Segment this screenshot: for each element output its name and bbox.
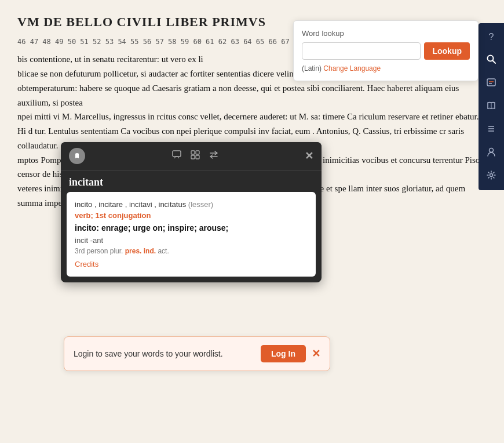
user-icon — [486, 147, 496, 159]
svg-rect-14 — [196, 151, 199, 154]
entry-type: verb; 1st conjugation — [75, 211, 308, 220]
login-toast: Login to save your words to your wordlis… — [64, 336, 330, 371]
toast-close-button[interactable]: ✕ — [312, 347, 320, 360]
word-lookup-row: Lookup — [302, 42, 470, 60]
svg-rect-12 — [173, 151, 181, 157]
login-toast-actions: Log In ✕ — [261, 345, 320, 362]
entry-meaning: incito: enrage; urge on; inspire; arouse… — [75, 223, 308, 233]
svg-rect-16 — [196, 155, 199, 159]
dict-logo — [69, 148, 85, 164]
grid-icon[interactable] — [191, 150, 200, 162]
entry-forms: incito , incitare , incitavi , incitatus… — [75, 200, 308, 209]
language-label: (Latin) — [302, 64, 322, 72]
comment-icon[interactable] — [172, 150, 181, 162]
dict-close-button[interactable]: ✕ — [305, 150, 313, 162]
entry-form-line: incit -ant — [75, 236, 308, 245]
help-icon: ? — [489, 32, 494, 42]
login-button[interactable]: Log In — [261, 345, 306, 362]
dict-toolbar — [172, 150, 218, 162]
list-button[interactable] — [481, 119, 502, 140]
act-label: act. — [158, 247, 169, 255]
meaning-label: incito: — [75, 223, 101, 233]
list-icon — [486, 124, 496, 136]
svg-rect-15 — [191, 155, 195, 159]
svg-line-1 — [493, 61, 496, 64]
settings-button[interactable] — [481, 166, 502, 187]
word-lookup-label: Word lookup — [302, 29, 470, 38]
flash-card-icon — [486, 77, 496, 90]
credits-link[interactable]: Credits — [75, 260, 308, 268]
dict-popup-header: ✕ — [61, 142, 322, 170]
user-button[interactable] — [481, 143, 502, 164]
meaning-text: enrage; urge on; inspire; arouse; — [101, 223, 228, 233]
pres-ind-label: pres. ind. — [125, 247, 156, 255]
entry-lesser: (lesser) — [188, 200, 213, 209]
login-toast-text: Login to save your words to your wordlis… — [74, 349, 223, 358]
word-lookup-panel: Word lookup Lookup (Latin) Change Langua… — [293, 20, 479, 81]
book-open-icon — [486, 100, 496, 113]
help-button[interactable]: ? — [481, 27, 502, 48]
settings-icon — [486, 170, 496, 183]
flash-card-button[interactable] — [481, 73, 502, 94]
dictionary-popup: ✕ incitant incito , incitare , incitavi … — [61, 142, 322, 282]
entry-form-analysis: 3rd person plur. pres. ind. act. — [75, 247, 308, 255]
book-open-button[interactable] — [481, 96, 502, 117]
search-icon — [486, 54, 496, 67]
dict-word: incitant — [61, 170, 322, 192]
svg-rect-13 — [191, 151, 195, 154]
lang-line: (Latin) Change Language — [302, 64, 470, 72]
change-language-link[interactable]: Change Language — [323, 64, 381, 72]
entry-forms-text: incito , incitare , incitavi , incitatus — [75, 200, 186, 209]
dict-entry-card: incito , incitare , incitavi , incitatus… — [67, 192, 316, 277]
lookup-button[interactable]: Lookup — [424, 42, 470, 60]
word-lookup-input[interactable] — [302, 42, 421, 60]
person-label: 3rd person plur. — [75, 247, 123, 255]
transfer-icon[interactable] — [209, 150, 218, 162]
svg-rect-2 — [487, 79, 495, 86]
svg-point-9 — [490, 148, 494, 152]
svg-point-10 — [490, 174, 493, 177]
right-sidebar: ? — [479, 23, 504, 190]
search-button[interactable] — [481, 50, 502, 71]
